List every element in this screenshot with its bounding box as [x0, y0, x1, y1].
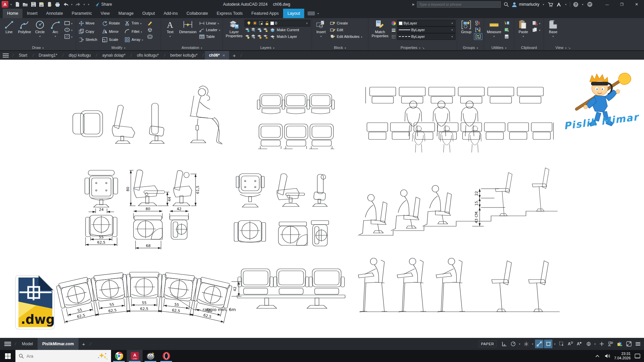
- array-caret-icon[interactable]: [142, 38, 143, 42]
- insert-caret-icon[interactable]: [320, 34, 322, 39]
- cut-button[interactable]: [531, 20, 541, 26]
- undo-caret-icon[interactable]: [70, 3, 73, 6]
- user-account-button[interactable]: mimarlucky: [512, 2, 539, 7]
- rectangle-caret-icon[interactable]: [71, 21, 72, 25]
- feedback-icon[interactable]: [587, 1, 593, 7]
- help-search-box[interactable]: [417, 1, 501, 8]
- save-to-mobile-button[interactable]: [46, 1, 53, 8]
- ellipse-button[interactable]: [63, 26, 73, 33]
- tab-add-ins[interactable]: Add-ins: [159, 9, 182, 18]
- circle-caret-icon[interactable]: [39, 34, 41, 39]
- grid-icon[interactable]: [500, 340, 508, 348]
- erase-button[interactable]: [146, 20, 154, 26]
- taskbar-clock[interactable]: 23:31 7.04.2026: [614, 352, 631, 360]
- group-edit-button[interactable]: [474, 26, 482, 33]
- panel-label-utilities[interactable]: Utilities: [484, 45, 514, 50]
- file-tab-ofis-koltugu[interactable]: ofis koltugu*: [133, 51, 163, 60]
- isodraft-icon[interactable]: [522, 340, 530, 348]
- ungroup-button[interactable]: [474, 20, 482, 26]
- polar-caret-icon[interactable]: [518, 343, 521, 346]
- polar-tracking-icon[interactable]: [509, 340, 517, 348]
- edit-attributes-caret-icon[interactable]: [361, 35, 362, 39]
- ribbon-display-toggle[interactable]: [308, 9, 320, 18]
- quick-calculator-button[interactable]: [503, 33, 511, 40]
- notification-icon[interactable]: [634, 353, 641, 359]
- tab-featured-apps[interactable]: Featured Apps: [247, 9, 283, 18]
- object-color-combo[interactable]: ByLayer: [397, 20, 455, 26]
- arc-button[interactable]: Arc: [48, 19, 63, 45]
- close-button[interactable]: [629, 0, 644, 9]
- autocad-logo-icon[interactable]: A: [2, 1, 8, 8]
- isodraft-caret-icon[interactable]: [531, 343, 534, 346]
- help-search-input[interactable]: [419, 2, 499, 6]
- layer-freeze-tool-icon[interactable]: [257, 27, 262, 33]
- cut-caret-icon[interactable]: [539, 21, 540, 25]
- copy-clip-button[interactable]: [531, 26, 541, 33]
- leader-button[interactable]: Leader: [198, 26, 221, 33]
- file-tab-aynali-dolap[interactable]: aynalı dolap*: [98, 51, 129, 60]
- osnap-tracking-icon[interactable]: [535, 340, 543, 348]
- annotation-autoscale-icon[interactable]: A: [575, 340, 584, 348]
- autodesk-app-icon[interactable]: [556, 1, 562, 7]
- rotate-button[interactable]: Rotate: [101, 20, 121, 26]
- isolate-objects-icon[interactable]: [606, 340, 615, 348]
- layer-thaw-icon[interactable]: [251, 34, 256, 39]
- match-layer-button[interactable]: Match Layer: [269, 33, 298, 40]
- search-icon[interactable]: [503, 1, 509, 7]
- panel-label-groups[interactable]: Groups: [457, 45, 484, 50]
- customization-icon[interactable]: [634, 340, 642, 348]
- copilot-sparkle-icon[interactable]: [98, 352, 108, 360]
- new-drawing-tab-button[interactable]: [229, 51, 239, 60]
- tab-manage[interactable]: Manage: [114, 9, 138, 18]
- base-caret-icon[interactable]: [552, 34, 554, 39]
- graphics-performance-icon[interactable]: [615, 340, 624, 348]
- maximize-button[interactable]: [614, 0, 629, 9]
- osnap-icon[interactable]: [544, 340, 552, 348]
- layer-properties-button[interactable]: Layer Properties: [224, 19, 244, 45]
- tab-parametric[interactable]: Parametric: [67, 9, 96, 18]
- quick-select-button[interactable]: [503, 20, 511, 26]
- workspace-caret-icon[interactable]: [593, 343, 597, 346]
- tab-layout[interactable]: Layout: [283, 9, 305, 18]
- scale-button[interactable]: Scale: [101, 36, 121, 43]
- panel-label-annotation[interactable]: Annotation: [161, 45, 223, 50]
- layer-on-bulb-icon[interactable]: [246, 21, 251, 26]
- layer-unlock-icon[interactable]: [257, 34, 262, 39]
- tab-express-tools[interactable]: Express Tools: [212, 9, 247, 18]
- panel-label-view[interactable]: View: [544, 45, 644, 50]
- panel-label-modify[interactable]: Modify: [76, 45, 161, 50]
- undo-button[interactable]: [62, 1, 69, 8]
- paste-button[interactable]: Paste: [516, 19, 531, 45]
- insert-button[interactable]: Insert: [313, 19, 329, 45]
- open-file-button[interactable]: [22, 1, 29, 8]
- text-button[interactable]: A Text: [162, 19, 178, 45]
- share-button[interactable]: Share: [94, 2, 112, 7]
- offset-button[interactable]: [146, 33, 154, 40]
- trim-caret-icon[interactable]: [140, 21, 142, 25]
- taskbar-search-input[interactable]: [26, 354, 95, 359]
- paste-caret-icon[interactable]: [523, 34, 524, 39]
- circle-button[interactable]: Circle: [32, 19, 48, 45]
- autodesk-app-caret-icon[interactable]: [564, 3, 568, 6]
- osnap-caret-icon[interactable]: [553, 343, 556, 346]
- color-combo-caret-icon[interactable]: [450, 22, 454, 25]
- file-tabs-menu-button[interactable]: [0, 51, 11, 60]
- layer-lock-tool-icon[interactable]: [263, 27, 268, 33]
- tab-close-icon[interactable]: [222, 53, 225, 58]
- group-selectable-button[interactable]: [474, 33, 482, 40]
- taskbar-chrome-button[interactable]: [111, 350, 127, 362]
- move-button[interactable]: Move: [77, 20, 98, 26]
- file-tab-drawing1[interactable]: Drawing1*: [35, 51, 61, 60]
- save-as-button[interactable]: [38, 1, 45, 8]
- stretch-button[interactable]: Stretch: [77, 36, 98, 43]
- hatch-caret-icon[interactable]: [71, 35, 72, 39]
- paper-space-toggle[interactable]: PAPER: [479, 341, 496, 347]
- layer-unlock2-icon[interactable]: [263, 34, 268, 39]
- plot-button[interactable]: [54, 1, 61, 8]
- panel-label-properties[interactable]: Properties: [368, 45, 457, 50]
- tab-annotate[interactable]: Annotate: [42, 9, 67, 18]
- polyline-button[interactable]: Polyline: [17, 19, 32, 45]
- save-button[interactable]: [30, 1, 37, 8]
- layer-on-all-icon[interactable]: [245, 34, 250, 39]
- view-launcher-icon[interactable]: [568, 46, 571, 50]
